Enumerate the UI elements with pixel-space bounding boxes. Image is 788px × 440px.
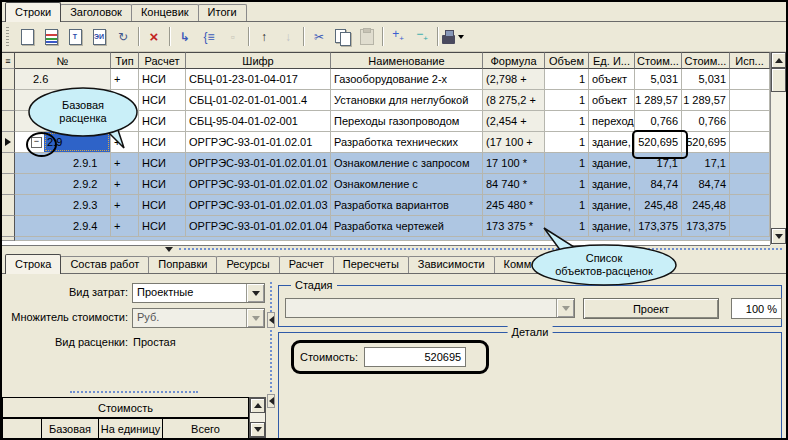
grid-cell-cost2[interactable]: 173,375	[682, 216, 730, 237]
bottabs-tab-4[interactable]: Расчет	[279, 256, 334, 273]
bottabs-tab-3[interactable]: Ресурсы	[216, 256, 279, 273]
cost-table-splitter[interactable]	[54, 388, 214, 397]
grid-cell-volume[interactable]: 1	[545, 69, 589, 90]
toolbar-grip[interactable]	[6, 27, 9, 47]
cut-button[interactable]: ✂	[307, 25, 331, 48]
grid-cell-formula[interactable]: (2,454 +	[483, 111, 545, 132]
ungroup-lines-button[interactable]: ▫	[221, 25, 245, 48]
grid-cell-formula[interactable]: 84 740 *	[483, 174, 545, 195]
scroll-down-button[interactable]	[771, 228, 786, 244]
bottabs-tab-6[interactable]: Зависимости	[408, 256, 495, 273]
combo-dropdown-button[interactable]	[246, 284, 264, 302]
grid-cell-unit[interactable]: объект	[589, 90, 635, 111]
row-marker-cell[interactable]	[2, 195, 15, 216]
grid-cell-name[interactable]: Установки для неглубокой	[331, 90, 483, 111]
grid-cell-formula[interactable]: 17 100 *	[483, 153, 545, 174]
cost-table-scrollbar[interactable]	[249, 397, 266, 438]
grid-cell-formula[interactable]: 245 480 *	[483, 195, 545, 216]
grid-cell-calc[interactable]: НСИ	[139, 174, 186, 195]
column-header-type[interactable]: Тип	[111, 52, 139, 69]
column-header-cost2[interactable]: Стоим...	[682, 52, 730, 69]
grid-cell-calc[interactable]: НСИ	[139, 132, 186, 153]
grid-cell-code[interactable]: ОРГРЭС-93-01-01.02.01	[186, 132, 331, 153]
bottabs-tab-5[interactable]: Пересчеты	[333, 256, 409, 273]
column-header-code[interactable]: Шифр	[186, 52, 331, 69]
paste-button[interactable]	[355, 25, 379, 48]
table-row[interactable]: 2.9.2+НСИОРГРЭС-93-01-01.02.01.02Ознаком…	[2, 174, 770, 195]
group-lines-button[interactable]: {≡	[197, 25, 221, 48]
grid-cell-formula[interactable]: (2,798 +	[483, 69, 545, 90]
grid-cell-code[interactable]: СБЦ-01-23-01-04-017	[186, 69, 331, 90]
grid-cell-usage[interactable]	[730, 195, 770, 216]
row-marker-cell[interactable]	[2, 90, 15, 111]
grid-cell-volume[interactable]: 1	[545, 132, 589, 153]
grid-cell-cost2[interactable]: 17,1	[682, 153, 730, 174]
grid-cell-unit[interactable]: здание,	[589, 174, 635, 195]
grid-cell-unit[interactable]: объект	[589, 69, 635, 90]
scroll-up-button[interactable]	[771, 52, 786, 68]
bottabs-tab-0[interactable]: Строка	[5, 254, 61, 274]
row-marker-cell[interactable]	[2, 132, 15, 153]
grid-cell-code[interactable]: СБЦ-95-04-01-02-001	[186, 111, 331, 132]
grid-cell-calc[interactable]: НСИ	[139, 111, 186, 132]
scroll-down-button[interactable]	[250, 422, 265, 437]
grid-cell-cost2[interactable]: 1 289,57	[682, 90, 730, 111]
grid-cell-cost2[interactable]: 245,48	[682, 195, 730, 216]
grid-cell-calc[interactable]: НСИ	[139, 216, 186, 237]
grid-cell-num[interactable]: 2.9.2	[15, 174, 111, 195]
grid-cell-code[interactable]: СБЦ-01-02-01-01-001.4	[186, 90, 331, 111]
row-marker-cell[interactable]	[2, 153, 15, 174]
bottabs-tab-1[interactable]: Состав работ	[60, 256, 149, 273]
grid-cell-type[interactable]: +	[111, 195, 139, 216]
grid-cell-name[interactable]: Газооборудование 2-х	[331, 69, 483, 90]
row-marker-cell[interactable]	[2, 69, 15, 90]
fill-print-button[interactable]	[441, 25, 465, 48]
grid-cell-cost2[interactable]: 5,031	[682, 69, 730, 90]
grid-cell-name[interactable]: Разработка технических	[331, 132, 483, 153]
grid-cell-usage[interactable]	[730, 174, 770, 195]
grid-cell-name[interactable]: Переходы газопроводом	[331, 111, 483, 132]
grid-cell-name[interactable]: Разработка вариантов	[331, 195, 483, 216]
grid-cell-usage[interactable]	[730, 69, 770, 90]
grid-cell-unit[interactable]: здание,	[589, 195, 635, 216]
row-marker-cell[interactable]	[2, 216, 15, 237]
move-line-down-button[interactable]: ↓	[276, 25, 300, 48]
vertical-splitter[interactable]	[267, 282, 275, 408]
grid-cell-formula[interactable]: (17 100 +	[483, 132, 545, 153]
grid-cell-volume[interactable]: 1	[545, 90, 589, 111]
scroll-up-button[interactable]	[250, 398, 265, 413]
grid-cell-code[interactable]: ОРГРЭС-93-01-01.02.01.03	[186, 195, 331, 216]
column-header-unit[interactable]: Ед. И...	[589, 52, 635, 69]
column-header-calc[interactable]: Расчет	[139, 52, 186, 69]
renumber-lines-button[interactable]: ↻	[111, 25, 135, 48]
add-line-button[interactable]	[15, 25, 39, 48]
cost-kind-combobox[interactable]: Проектные	[132, 283, 265, 303]
grid-cell-code[interactable]: ОРГРЭС-93-01-01.02.01.02	[186, 174, 331, 195]
collapse-left-handle[interactable]	[267, 394, 275, 408]
grid-cell-type[interactable]: +	[111, 174, 139, 195]
copy-button[interactable]	[331, 25, 355, 48]
add-nsi-line-button[interactable]: ЭИ	[87, 25, 111, 48]
column-header-usage[interactable]: Исп...	[730, 52, 770, 69]
grid-cell-usage[interactable]	[730, 132, 770, 153]
column-header-cost1[interactable]: Стоим...	[635, 52, 682, 69]
bottabs-tab-2[interactable]: Поправки	[148, 256, 217, 273]
grid-cell-cost1[interactable]: 0,766	[635, 111, 682, 132]
exclude-lines-button[interactable]: −+	[410, 25, 434, 48]
row-marker-cell[interactable]	[2, 174, 15, 195]
grid-cell-unit[interactable]: здание,	[589, 153, 635, 174]
grid-cell-num[interactable]: 2.9.4	[15, 216, 111, 237]
project-button[interactable]: Проект	[583, 298, 719, 319]
grid-cell-formula[interactable]: (8 275,2 +	[483, 90, 545, 111]
add-line-copy-button[interactable]	[39, 25, 63, 48]
grid-vertical-scrollbar[interactable]	[770, 52, 786, 245]
grid-cell-calc[interactable]: НСИ	[139, 195, 186, 216]
include-lines-button[interactable]: ++	[386, 25, 410, 48]
row-marker-cell[interactable]	[2, 111, 15, 132]
grid-cell-cost1[interactable]: 5,031	[635, 69, 682, 90]
scroll-thumb[interactable]	[771, 68, 786, 92]
grid-cell-name[interactable]: Ознакомление с запросом	[331, 153, 483, 174]
delete-line-button[interactable]: ×	[142, 25, 166, 48]
move-line-up-button[interactable]: ↑	[252, 25, 276, 48]
toptabs-tab-3[interactable]: Итоги	[198, 4, 247, 21]
